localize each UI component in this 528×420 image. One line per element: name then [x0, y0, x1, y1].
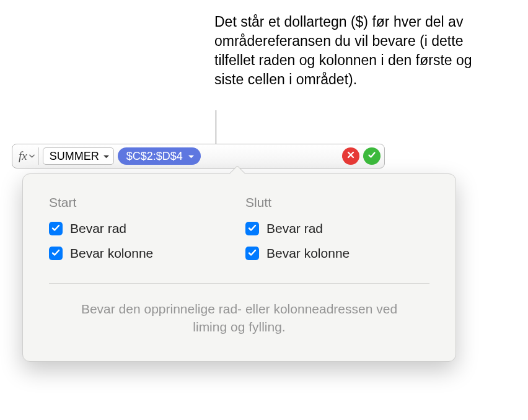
reference-options-popover: Start Bevar rad Bevar kolonne Slut: [22, 173, 456, 362]
checkmark-icon: [51, 248, 60, 259]
end-preserve-column-label: Bevar kolonne: [266, 246, 350, 261]
start-column: Start Bevar rad Bevar kolonne: [49, 195, 233, 271]
annotation-callout: Det står et dollartegn ($) før hver del …: [214, 12, 493, 89]
annotation-leader-line: [216, 110, 216, 144]
checkbox-end-row[interactable]: [245, 222, 259, 235]
popover-footer-text: Bevar den opprinnelige rad- eller kolonn…: [49, 300, 429, 336]
fx-icon: fx: [19, 149, 27, 163]
end-preserve-row-option[interactable]: Bevar rad: [245, 221, 429, 236]
start-heading: Start: [49, 195, 233, 210]
fx-section[interactable]: fx: [16, 149, 35, 163]
formula-bar: fx SUMMER $C$2:$D$4: [12, 144, 385, 168]
checkbox-start-column[interactable]: [49, 247, 63, 260]
checkmark-icon: [248, 223, 257, 234]
end-column: Slutt Bevar rad Bevar kolonne: [245, 195, 429, 271]
popover-divider: [49, 283, 429, 284]
formula-bar-divider: [38, 147, 39, 165]
checkmark-icon: [51, 223, 60, 234]
function-dropdown-icon: [103, 151, 110, 162]
range-dropdown-icon: [188, 151, 195, 162]
start-preserve-column-option[interactable]: Bevar kolonne: [49, 246, 233, 261]
checkbox-start-row[interactable]: [49, 222, 63, 235]
range-reference-token[interactable]: $C$2:$D$4: [118, 147, 201, 165]
popover-arrow: [229, 166, 245, 174]
function-token-label: SUMMER: [50, 150, 99, 163]
end-heading: Slutt: [245, 195, 429, 210]
start-preserve-row-option[interactable]: Bevar rad: [49, 221, 233, 236]
cancel-button[interactable]: [342, 147, 359, 165]
fx-dropdown-icon: [29, 154, 35, 158]
start-preserve-column-label: Bevar kolonne: [70, 246, 153, 261]
checkbox-end-column[interactable]: [245, 247, 259, 260]
close-icon: [346, 151, 355, 162]
checkmark-icon: [248, 248, 257, 259]
range-reference-label: $C$2:$D$4: [126, 150, 183, 163]
end-preserve-column-option[interactable]: Bevar kolonne: [245, 246, 429, 261]
accept-button[interactable]: [363, 147, 381, 165]
popover-columns: Start Bevar rad Bevar kolonne Slut: [49, 195, 429, 271]
start-preserve-row-label: Bevar rad: [70, 221, 126, 236]
end-preserve-row-label: Bevar rad: [266, 221, 323, 236]
function-token[interactable]: SUMMER: [43, 147, 114, 165]
formula-action-buttons: [342, 147, 381, 165]
formula-bar-container: fx SUMMER $C$2:$D$4: [12, 144, 385, 168]
checkmark-icon: [367, 151, 376, 162]
